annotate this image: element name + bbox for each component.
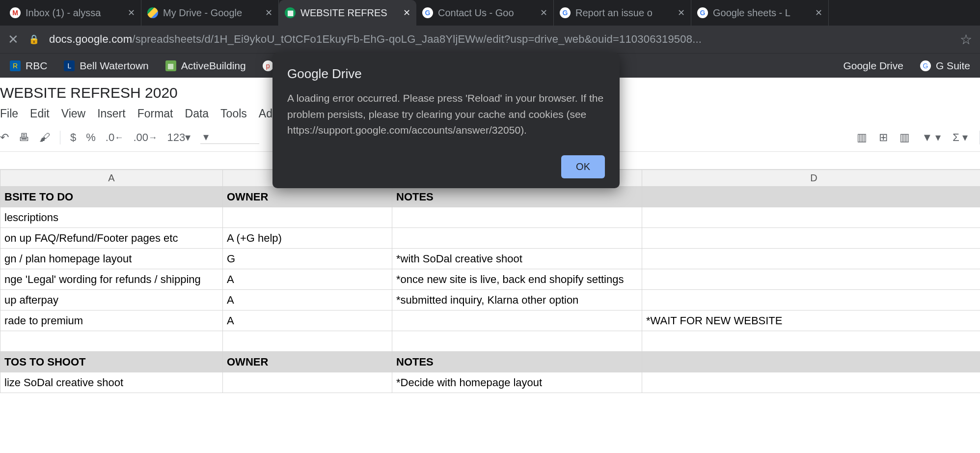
table-row: lize SoDal creative shoot*Decide with ho…	[0, 372, 980, 393]
separator	[60, 131, 60, 144]
drive-icon	[147, 7, 158, 18]
tab-title: Contact Us - Goo	[438, 7, 535, 19]
functions-icon[interactable]: Σ ▾	[953, 131, 968, 144]
cell[interactable]	[642, 228, 980, 249]
menu-view[interactable]: View	[61, 107, 85, 120]
cell[interactable]	[392, 331, 642, 352]
cell[interactable]	[392, 228, 642, 249]
cell[interactable]: TOS TO SHOOT	[0, 352, 223, 372]
lock-icon[interactable]: 🔒	[28, 34, 39, 45]
cell[interactable]: on up FAQ/Refund/Footer pages etc	[0, 228, 223, 249]
table-row: lescriptions	[0, 207, 980, 228]
browser-tab[interactable]: G Report an issue o ✕	[554, 0, 691, 26]
filter-icon[interactable]: ▼ ▾	[922, 131, 941, 144]
cell[interactable]: A (+G help)	[223, 228, 392, 249]
col-header-a[interactable]: A	[0, 170, 223, 187]
insert-chart-icon[interactable]: ▥	[899, 131, 910, 144]
stop-icon[interactable]: ✕	[8, 32, 19, 47]
cell[interactable]: *once new site is live, back end shopify…	[392, 269, 642, 290]
browser-tab[interactable]: G Google sheets - L ✕	[691, 0, 829, 26]
cell[interactable]	[642, 269, 980, 290]
browser-tab[interactable]: G Contact Us - Goo ✕	[416, 0, 554, 26]
cell[interactable]	[642, 290, 980, 311]
cell[interactable]	[223, 331, 392, 352]
dialog-body: A loading error occurred. Please press '…	[287, 90, 605, 139]
cell[interactable]	[642, 249, 980, 269]
cell[interactable]: BSITE TO DO	[0, 187, 223, 207]
bookmark-item[interactable]: G G Suite	[920, 60, 970, 72]
table-row: up afterpayA*submitted inquiry, Klarna o…	[0, 290, 980, 311]
note-icon[interactable]: ▥	[857, 131, 867, 144]
cell[interactable]: *Decide with homepage layout	[392, 372, 642, 393]
table-row: TOS TO SHOOTOWNERNOTES	[0, 352, 980, 372]
close-icon[interactable]: ✕	[678, 7, 685, 18]
cell[interactable]: nge 'Legal' wording for refunds / shippi…	[0, 269, 223, 290]
close-icon[interactable]: ✕	[815, 7, 822, 18]
menu-tools[interactable]: Tools	[220, 107, 247, 120]
error-dialog: Google Drive A loading error occurred. P…	[272, 53, 620, 188]
cell[interactable]: lize SoDal creative shoot	[0, 372, 223, 393]
cell[interactable]: gn / plan homepage layout	[0, 249, 223, 269]
menu-format[interactable]: Format	[137, 107, 173, 120]
cell[interactable]: NOTES	[392, 352, 642, 372]
cell[interactable]	[392, 207, 642, 228]
browser-tab[interactable]: M Inbox (1) - alyssa ✕	[4, 0, 141, 26]
col-header-d[interactable]: D	[642, 170, 980, 187]
percent-button[interactable]: %	[86, 131, 96, 144]
cell[interactable]: up afterpay	[0, 290, 223, 311]
close-icon[interactable]: ✕	[265, 7, 272, 18]
undo-icon[interactable]: ↶	[0, 131, 9, 144]
ok-button[interactable]: OK	[561, 155, 605, 178]
currency-button[interactable]: $	[70, 131, 76, 144]
sheets-icon: ▦	[285, 7, 296, 18]
font-dropdown[interactable]: ▾	[200, 131, 259, 144]
cell[interactable]: A	[223, 269, 392, 290]
cell[interactable]: NOTES	[392, 187, 642, 207]
cell[interactable]: G	[223, 249, 392, 269]
menu-file[interactable]: File	[0, 107, 18, 120]
cell[interactable]	[642, 352, 980, 372]
cell[interactable]: A	[223, 311, 392, 331]
cell[interactable]: rade to premium	[0, 311, 223, 331]
cell[interactable]	[392, 311, 642, 331]
gmail-icon: M	[10, 7, 21, 18]
increase-decimal-button[interactable]: .00→	[134, 131, 158, 144]
cell[interactable]: *WAIT FOR NEW WEBSITE	[642, 311, 980, 331]
cell[interactable]: *submitted inquiry, Klarna other option	[392, 290, 642, 311]
cell[interactable]: *with SoDal creative shoot	[392, 249, 642, 269]
menu-edit[interactable]: Edit	[30, 107, 50, 120]
bookmark-item[interactable]: ▦ ActiveBuilding	[165, 60, 246, 72]
paint-format-icon[interactable]: 🖌	[39, 131, 50, 144]
cell[interactable]	[642, 372, 980, 393]
cell[interactable]	[642, 187, 980, 207]
bookmark-star-icon[interactable]: ☆	[960, 31, 972, 48]
tab-title: Inbox (1) - alyssa	[26, 7, 123, 19]
cell[interactable]	[642, 207, 980, 228]
bookmark-item[interactable]: p	[263, 60, 273, 71]
cell[interactable]: lescriptions	[0, 207, 223, 228]
bookmark-item[interactable]: L Bell Watertown	[64, 60, 148, 72]
close-icon[interactable]: ✕	[128, 7, 135, 18]
number-format-button[interactable]: 123 ▾	[167, 131, 191, 144]
browser-tab[interactable]: My Drive - Google ✕	[141, 0, 279, 26]
url-field[interactable]: docs.google.com/spreadsheets/d/1H_Ei9yko…	[49, 33, 950, 46]
cell[interactable]	[223, 372, 392, 393]
google-icon: G	[697, 7, 708, 18]
cell[interactable]	[223, 207, 392, 228]
menu-insert[interactable]: Insert	[97, 107, 126, 120]
menu-data[interactable]: Data	[185, 107, 209, 120]
cell[interactable]	[0, 331, 223, 352]
print-icon[interactable]: 🖶	[19, 131, 29, 144]
dialog-title: Google Drive	[287, 66, 605, 82]
cell[interactable]	[642, 331, 980, 352]
bookmark-item[interactable]: Google Drive	[843, 60, 903, 72]
cell[interactable]: OWNER	[223, 187, 392, 207]
decrease-decimal-button[interactable]: .0←	[106, 131, 124, 144]
close-icon[interactable]: ✕	[540, 7, 547, 18]
bookmark-item[interactable]: R RBC	[10, 60, 47, 72]
insert-comment-icon[interactable]: ⊞	[879, 131, 888, 144]
cell[interactable]: OWNER	[223, 352, 392, 372]
browser-tab-active[interactable]: ▦ WEBSITE REFRES ✕	[279, 0, 416, 26]
cell[interactable]: A	[223, 290, 392, 311]
close-icon[interactable]: ✕	[403, 7, 410, 18]
